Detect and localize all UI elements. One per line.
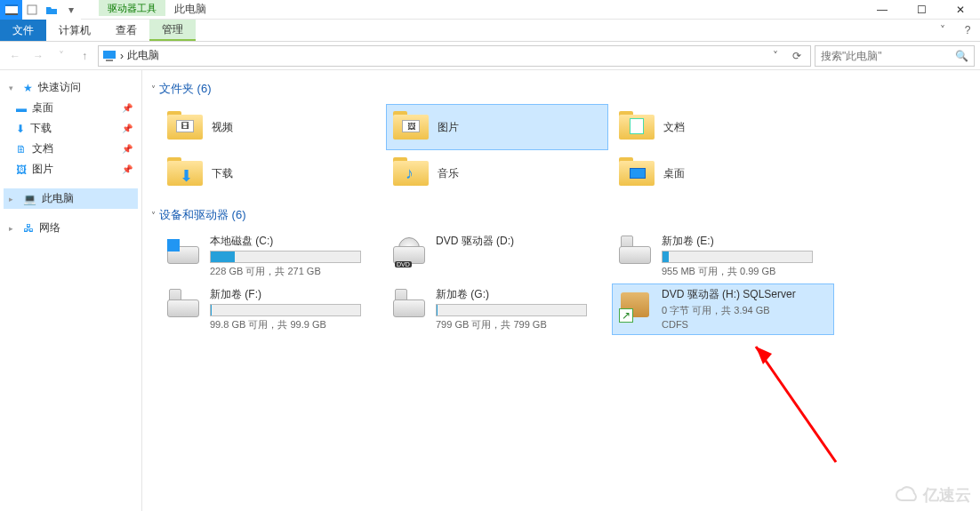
drive-usage-bar — [662, 251, 813, 263]
ribbon-help-icon[interactable]: ? — [955, 20, 980, 41]
window-title: 此电脑 — [165, 0, 215, 19]
qat-dropdown-icon[interactable]: ▾ — [61, 0, 81, 20]
drive-usage-bar — [210, 304, 361, 316]
sidebar-item-documents[interactable]: 🗎 文档 📌 — [4, 139, 138, 159]
download-folder-icon: ⬇ — [167, 157, 203, 189]
folder-item[interactable]: 🖼 图片 — [386, 104, 608, 150]
ribbon-collapse-icon[interactable]: ˅ — [930, 20, 955, 41]
folder-item[interactable]: ♪ 音乐 — [386, 150, 608, 196]
nav-back-button[interactable]: ← — [5, 46, 25, 66]
sidebar-this-pc[interactable]: ▸ 💻 此电脑 — [4, 188, 138, 209]
pc-icon: 💻 — [23, 193, 36, 205]
annotation-arrow — [747, 338, 854, 471]
pin-icon: 📌 — [122, 164, 133, 174]
folder-item[interactable]: 桌面 — [612, 150, 834, 196]
tree-caret-icon[interactable]: ▸ — [9, 195, 18, 204]
group-header-folders[interactable]: ˅ 文件夹 (6) — [142, 77, 980, 100]
folder-label: 图片 — [438, 120, 459, 135]
drive-item[interactable]: DVD DVD 驱动器 (D:) — [386, 230, 608, 282]
drive-item[interactable]: 新加卷 (E:)955 MB 可用，共 0.99 GB — [612, 230, 834, 282]
nav-recent-dropdown[interactable]: ˅ — [52, 46, 71, 66]
folder-item[interactable]: 文档 — [612, 104, 834, 150]
svg-rect-2 — [5, 13, 18, 15]
tree-caret-icon[interactable]: ▾ — [9, 84, 18, 92]
drive-title: 新加卷 (F:) — [210, 287, 377, 302]
folder-label: 文档 — [663, 120, 685, 135]
document-icon: 🗎 — [16, 143, 27, 156]
sidebar-item-pictures[interactable]: 🖼 图片 📌 — [4, 159, 138, 180]
nav-up-button[interactable]: ↑ — [75, 46, 94, 66]
picture-folder-icon: 🖼 — [393, 111, 429, 143]
qat-properties-icon[interactable] — [22, 0, 42, 20]
address-bar[interactable]: › 此电脑 ˅ ⟳ — [98, 45, 811, 67]
desktop-folder-icon — [619, 157, 655, 189]
folder-item[interactable]: 🎞 视频 — [160, 104, 382, 150]
picture-icon: 🖼 — [16, 164, 27, 176]
dvd-icon: DVD — [391, 234, 427, 269]
folder-label: 视频 — [212, 120, 233, 135]
titlebar: ▾ 驱动器工具 此电脑 — ☐ ✕ — [0, 0, 980, 20]
sidebar-item-desktop[interactable]: ▬ 桌面 📌 — [4, 98, 138, 118]
star-icon: ★ — [23, 82, 33, 94]
address-refresh-icon[interactable]: ⟳ — [787, 50, 807, 62]
qat-new-folder-icon[interactable] — [42, 0, 61, 20]
watermark: 亿速云 — [895, 484, 971, 506]
drive-item[interactable]: 新加卷 (G:)799 GB 可用，共 799 GB — [386, 283, 608, 335]
folder-label: 桌面 — [663, 166, 685, 181]
ribbon-tab-view[interactable]: 查看 — [103, 20, 149, 41]
sidebar-item-label: 下载 — [30, 121, 52, 136]
address-toolbar: ← → ˅ ↑ › 此电脑 ˅ ⟳ 🔍 — [0, 42, 980, 70]
drive-item[interactable]: 本地磁盘 (C:)228 GB 可用，共 271 GB — [160, 230, 382, 282]
svg-rect-5 — [106, 60, 113, 61]
ribbon-file-tab[interactable]: 文件 — [0, 20, 46, 41]
drive-sub: 0 字节 可用，共 3.94 GB — [662, 304, 829, 317]
close-button[interactable]: ✕ — [941, 0, 980, 20]
minimize-button[interactable]: — — [863, 0, 902, 20]
drive-sub: 955 MB 可用，共 0.99 GB — [662, 265, 829, 278]
chevron-down-icon[interactable]: ˅ — [151, 211, 156, 220]
drive-title: 新加卷 (G:) — [436, 287, 603, 302]
group-header-drives[interactable]: ˅ 设备和驱动器 (6) — [142, 204, 980, 227]
maximize-button[interactable]: ☐ — [902, 0, 941, 20]
tree-caret-icon[interactable]: ▸ — [9, 224, 18, 233]
drive-usage-bar — [210, 251, 361, 263]
drive-item[interactable]: 新加卷 (F:)99.8 GB 可用，共 99.9 GB — [160, 283, 382, 335]
svg-line-6 — [756, 347, 836, 462]
search-icon[interactable]: 🔍 — [955, 50, 968, 62]
box-icon: ↗ — [617, 287, 653, 323]
drive-title: DVD 驱动器 (D:) — [436, 234, 603, 249]
hdd-icon — [165, 287, 201, 323]
group-title: 文件夹 (6) — [159, 81, 212, 97]
address-pc-icon — [102, 50, 116, 62]
search-box[interactable]: 🔍 — [815, 45, 975, 67]
drive-item[interactable]: ↗ DVD 驱动器 (H:) SQLServer0 字节 可用，共 3.94 G… — [612, 283, 834, 335]
navigation-pane: ▾ ★ 快速访问 ▬ 桌面 📌 ⬇ 下载 📌 🗎 文档 📌 🖼 图片 📌 ▸ 💻 — [0, 70, 142, 511]
chevron-down-icon[interactable]: ˅ — [151, 84, 156, 94]
breadcrumb[interactable]: › 此电脑 — [120, 48, 159, 63]
ribbon-tab-manage[interactable]: 管理 — [149, 20, 196, 41]
drive-sub: 799 GB 可用，共 799 GB — [436, 318, 603, 331]
app-icon — [0, 0, 22, 20]
folder-item[interactable]: ⬇ 下载 — [160, 150, 382, 196]
content-area: ˅ 文件夹 (6) 🎞 视频 🖼 图片 文档 ⬇ 下载 ♪ 音乐 桌面 ˅ 设备… — [142, 70, 980, 511]
quick-access-toolbar: ▾ — [22, 0, 81, 20]
doc-folder-icon — [619, 111, 655, 143]
music-folder-icon: ♪ — [393, 157, 429, 189]
search-input[interactable] — [821, 50, 952, 62]
sidebar-network[interactable]: ▸ 🖧 网络 — [4, 218, 138, 238]
folder-label: 下载 — [212, 166, 233, 181]
sidebar-item-label: 文档 — [32, 141, 53, 156]
sidebar-quick-access[interactable]: ▾ ★ 快速访问 — [4, 77, 138, 98]
ribbon-tabs: 文件 计算机 查看 管理 ˅ ? — [0, 20, 980, 42]
hdd-icon — [617, 234, 653, 269]
contextual-tab-header: 驱动器工具 — [99, 0, 165, 16]
drive-title: 新加卷 (E:) — [662, 234, 829, 249]
ribbon-tab-computer[interactable]: 计算机 — [46, 20, 103, 41]
sidebar-label: 快速访问 — [38, 80, 81, 95]
drive-sub: 99.8 GB 可用，共 99.9 GB — [210, 318, 377, 331]
sidebar-item-label: 图片 — [32, 162, 53, 177]
nav-forward-button[interactable]: → — [28, 46, 48, 66]
sidebar-item-downloads[interactable]: ⬇ 下载 📌 — [4, 118, 138, 139]
breadcrumb-current[interactable]: 此电脑 — [127, 48, 159, 63]
address-dropdown-icon[interactable]: ˅ — [767, 50, 783, 62]
